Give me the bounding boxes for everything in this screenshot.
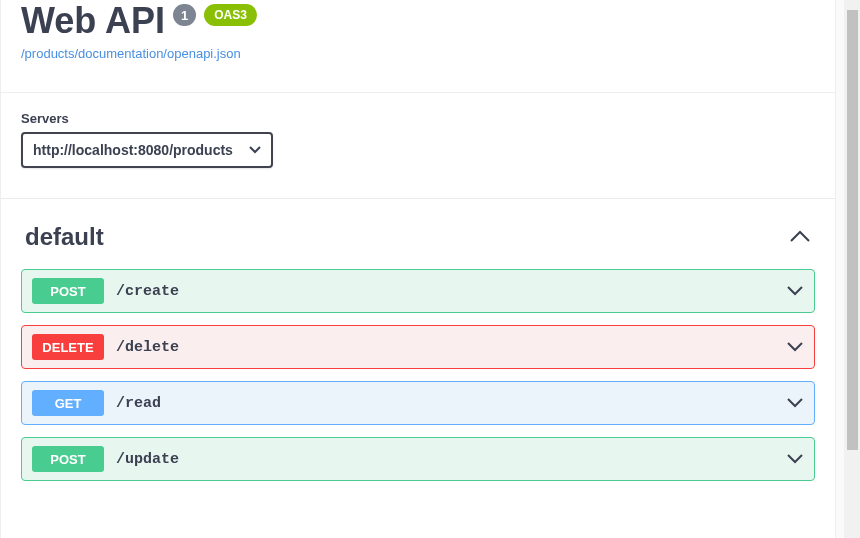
scrollbar-vertical[interactable]: [844, 0, 860, 538]
operation-path: /create: [116, 283, 786, 300]
api-title: Web API: [21, 0, 165, 42]
servers-section: Servers http://localhost:8080/products: [1, 92, 835, 198]
servers-label: Servers: [21, 111, 815, 126]
operations-list: POST/createDELETE/deleteGET/readPOST/upd…: [21, 269, 815, 481]
version-badge: 1: [173, 4, 196, 26]
title-row: Web API 1 OAS3: [21, 0, 815, 42]
method-badge: POST: [32, 446, 104, 472]
operation-row[interactable]: POST/create: [21, 269, 815, 313]
operation-row[interactable]: POST/update: [21, 437, 815, 481]
chevron-down-icon: [786, 341, 804, 353]
operation-path: /update: [116, 451, 786, 468]
openapi-doc-link[interactable]: /products/documentation/openapi.json: [21, 46, 241, 61]
chevron-up-icon: [789, 230, 811, 244]
chevron-down-icon: [786, 285, 804, 297]
server-selected-value: http://localhost:8080/products: [33, 142, 233, 158]
oas-badge: OAS3: [204, 4, 257, 26]
operation-row[interactable]: GET/read: [21, 381, 815, 425]
operation-path: /read: [116, 395, 786, 412]
operation-row[interactable]: DELETE/delete: [21, 325, 815, 369]
header: Web API 1 OAS3 /products/documentation/o…: [1, 0, 835, 92]
tag-header[interactable]: default: [21, 219, 815, 269]
chevron-down-icon: [786, 453, 804, 465]
method-badge: POST: [32, 278, 104, 304]
chevron-down-icon: [786, 397, 804, 409]
method-badge: DELETE: [32, 334, 104, 360]
server-select[interactable]: http://localhost:8080/products: [21, 132, 273, 168]
operations-section: default POST/createDELETE/deleteGET/read…: [1, 198, 835, 513]
method-badge: GET: [32, 390, 104, 416]
chevron-down-icon: [249, 146, 261, 154]
main-content: Web API 1 OAS3 /products/documentation/o…: [0, 0, 836, 538]
scrollbar-thumb[interactable]: [847, 10, 858, 450]
operation-path: /delete: [116, 339, 786, 356]
tag-name: default: [25, 223, 104, 251]
